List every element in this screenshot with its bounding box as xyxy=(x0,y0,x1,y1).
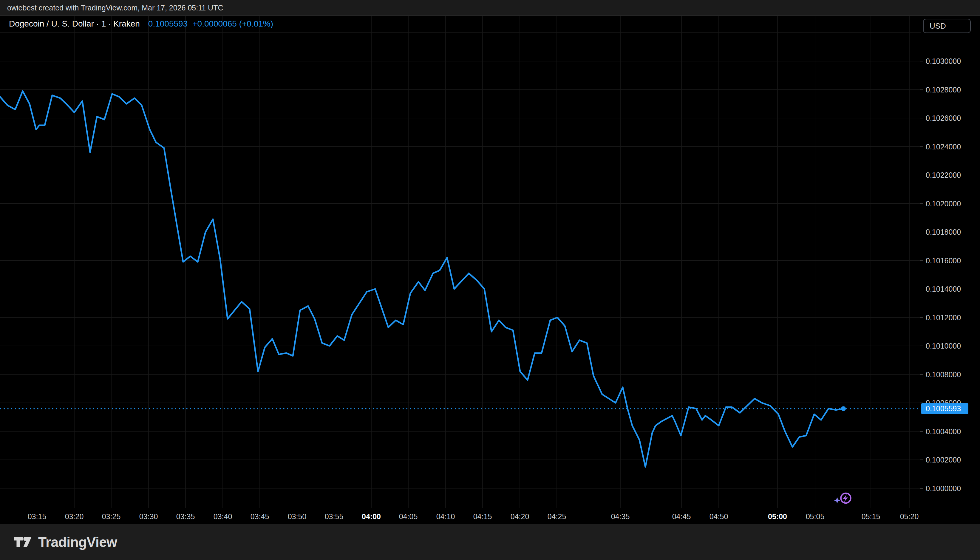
price-axis-tick xyxy=(920,431,923,432)
brand-text: TradingView xyxy=(38,534,117,550)
price-axis-tick xyxy=(920,460,923,460)
price-axis-label: 0.1002000 xyxy=(926,455,961,464)
time-axis-label: 04:10 xyxy=(436,508,455,524)
time-axis-label: 05:20 xyxy=(900,508,919,524)
time-axis-label: 05:00 xyxy=(768,508,787,524)
price-axis-label: 0.1018000 xyxy=(926,228,961,237)
tradingview-logo-icon xyxy=(14,534,32,550)
price-axis-tick xyxy=(920,317,923,318)
time-axis-label: 03:45 xyxy=(250,508,269,524)
price-axis-panel[interactable]: USD 0.10300000.10280000.10260000.1024000… xyxy=(921,16,980,508)
price-axis-label: 0.1020000 xyxy=(926,199,961,208)
tradingview-screenshot: owiebest created with TradingView.com, M… xyxy=(0,0,980,560)
time-axis-label: 03:50 xyxy=(288,508,307,524)
price-axis-tick xyxy=(920,232,923,232)
time-axis-label: 03:40 xyxy=(213,508,232,524)
price-axis-label: 0.1024000 xyxy=(926,142,961,151)
price-axis-tick xyxy=(920,147,923,147)
tradingview-logo[interactable]: TradingView xyxy=(14,534,117,550)
time-axis-label: 03:35 xyxy=(176,508,195,524)
time-axis-label: 03:15 xyxy=(28,508,47,524)
current-price-tag: 0.1005593 xyxy=(921,403,968,414)
lightning-bolt-icon xyxy=(843,494,848,502)
time-axis-label: 04:00 xyxy=(362,508,381,524)
price-axis-tick xyxy=(920,260,923,261)
price-axis-tick xyxy=(920,175,923,175)
time-axis-label: 04:35 xyxy=(611,508,630,524)
time-axis-label: 04:25 xyxy=(548,508,567,524)
time-axis-label: 03:20 xyxy=(65,508,84,524)
price-axis-label: 0.1012000 xyxy=(926,313,961,322)
time-axis-label: 04:05 xyxy=(399,508,418,524)
credit-text: owiebest created with TradingView.com, M… xyxy=(7,3,223,12)
price-axis-tick xyxy=(920,90,923,90)
time-axis-label: 03:25 xyxy=(102,508,121,524)
price-axis-label: 0.1022000 xyxy=(926,170,961,180)
time-axis-panel[interactable]: 03:1503:2003:2503:3003:3503:4003:4503:50… xyxy=(0,508,980,524)
flash-circle-icon[interactable] xyxy=(834,490,853,506)
time-axis-label: 04:45 xyxy=(672,508,691,524)
price-axis-label: 0.1028000 xyxy=(926,85,961,94)
price-axis-label: 0.1008000 xyxy=(926,370,961,379)
last-price: 0.1005593 xyxy=(148,19,188,28)
price-axis-tick xyxy=(920,203,923,204)
symbol-header: Dogecoin / U. S. Dollar · 1 · Kraken 0.1… xyxy=(9,19,273,28)
time-axis-label: 05:05 xyxy=(806,508,825,524)
price-axis-tick xyxy=(920,488,923,489)
price-axis-label: 0.1026000 xyxy=(926,113,961,123)
time-axis-label: 03:55 xyxy=(325,508,343,524)
sparkle-icon xyxy=(834,497,840,503)
price-axis-label: 0.1014000 xyxy=(926,285,961,293)
price-axis-label: 0.1030000 xyxy=(926,57,961,66)
time-axis-label: 03:30 xyxy=(139,508,158,524)
currency-toggle-button[interactable]: USD xyxy=(923,19,971,33)
price-axis-tick xyxy=(920,374,923,375)
price-axis-tick xyxy=(920,118,923,118)
price-axis-tick xyxy=(920,61,923,62)
footer-bar: TradingView xyxy=(0,524,980,560)
price-axis-tick xyxy=(920,288,923,289)
time-axis-label: 04:50 xyxy=(710,508,728,524)
symbol-title[interactable]: Dogecoin / U. S. Dollar · 1 · Kraken xyxy=(9,19,140,28)
price-axis-label: 0.1010000 xyxy=(926,342,961,350)
price-axis-tick xyxy=(920,346,923,346)
top-bar: owiebest created with TradingView.com, M… xyxy=(0,0,980,16)
price-axis-label: 0.1000000 xyxy=(926,484,961,493)
price-change: +0.0000065 (+0.01%) xyxy=(192,19,273,28)
price-axis-label: 0.1016000 xyxy=(926,256,961,265)
time-axis-label: 05:15 xyxy=(862,508,880,524)
time-axis-label: 04:15 xyxy=(473,508,492,524)
price-axis-label: 0.1004000 xyxy=(926,427,961,436)
chart-pane[interactable] xyxy=(0,16,921,508)
time-axis-label: 04:20 xyxy=(511,508,529,524)
